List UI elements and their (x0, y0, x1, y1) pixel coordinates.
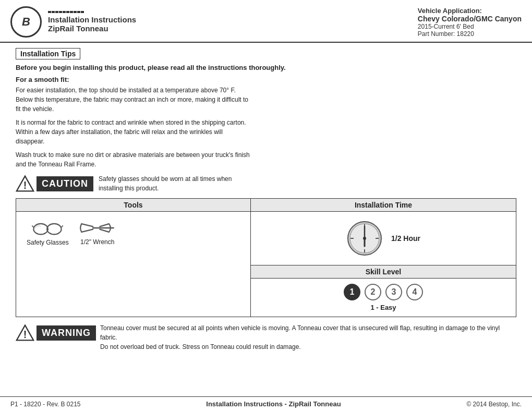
wrench-label: 1/2" Wrench (80, 238, 114, 246)
wrench-icon (79, 221, 116, 235)
vehicle-year: 2015-Current 6' Bed (418, 23, 522, 30)
caution-triangle-icon: ! (16, 174, 34, 193)
bestop-stripes (48, 11, 136, 13)
caution-label: CAUTION (37, 176, 93, 191)
warning-text2: Do not overload bed of truck. Stress on … (100, 343, 301, 350)
half-hour-label: 1/2 Hour (391, 234, 420, 243)
logo-area: B Installation Instructions ZipRail Tonn… (10, 6, 177, 38)
warning-label: WARNING (37, 325, 96, 341)
caution-sign: ! CAUTION (16, 174, 93, 193)
install-time-header: Installation Time (251, 199, 516, 212)
tools-content: Safety Glasses (16, 212, 250, 255)
part-number: Part Number: 18220 (418, 30, 522, 38)
caution-area: ! CAUTION Safety glasses should be worn … (16, 174, 245, 193)
footer-center: Installation Instructions - ZipRail Tonn… (206, 400, 341, 408)
sub-title: ZipRail Tonneau (48, 24, 136, 33)
skill-circles: 1 2 3 4 (344, 284, 423, 300)
warning-triangle-icon: ! (16, 323, 34, 342)
svg-point-3 (47, 224, 61, 235)
smooth-fit-heading: For a smooth fit: (16, 76, 516, 83)
tools-install-row: Tools (16, 198, 516, 317)
vehicle-info: Vehicle Application: Chevy Colorado/GMC … (418, 7, 522, 38)
skill-level-content: 1 2 3 4 1 - Easy (251, 279, 516, 317)
tool-safety-glasses: Safety Glasses (27, 220, 69, 246)
svg-line-8 (81, 224, 93, 226)
skill-circle-2: 2 (365, 284, 381, 300)
bestop-logo: B (10, 6, 42, 38)
svg-point-2 (34, 224, 48, 235)
safety-glasses-icon (32, 220, 63, 236)
install-time-content: 1/2 Hour (251, 212, 516, 265)
skill-easy-label: 1 - Easy (370, 304, 396, 311)
footer-left: P1 - 18220 - Rev. B 0215 (10, 401, 81, 408)
skill-circle-4: 4 (406, 284, 423, 300)
paragraph3: Wash truck to make sure no dirt or abras… (16, 150, 250, 169)
vehicle-label: Vehicle Application: (418, 7, 522, 15)
page-footer: P1 - 18220 - Rev. B 0215 Installation In… (0, 396, 532, 411)
svg-line-10 (100, 224, 109, 226)
footer-right: © 2014 Bestop, Inc. (466, 401, 522, 408)
warning-text1: Tonneau cover must be secured at all poi… (100, 324, 500, 341)
installation-tips-label: Installation Tips (16, 48, 80, 59)
main-content: Installation Tips Before you begin insta… (0, 43, 532, 356)
main-title: Installation Instructions (48, 15, 136, 24)
safety-glasses-label: Safety Glasses (27, 239, 69, 246)
svg-line-5 (32, 225, 33, 227)
svg-text:!: ! (23, 179, 27, 191)
skill-circle-3: 3 (385, 284, 402, 300)
tool-wrench: 1/2" Wrench (79, 221, 116, 246)
caution-text: Safety glasses should be worn at all tim… (99, 174, 245, 193)
clock-icon (346, 220, 383, 257)
bold-intro: Before you begin installing this product… (16, 64, 516, 71)
paragraph1: For easier installation, the top should … (16, 86, 250, 114)
svg-text:!: ! (23, 329, 27, 340)
svg-point-20 (363, 237, 366, 240)
warning-text: Tonneau cover must be secured at all poi… (100, 323, 516, 352)
paragraph2: It is normal for the fabric to contract … (16, 118, 250, 146)
svg-line-6 (62, 225, 63, 227)
install-time-panel: Installation Time 1/2 Hour (251, 199, 516, 317)
skill-level-header: Skill Level (251, 265, 516, 279)
skill-circle-1: 1 (344, 284, 360, 300)
tools-panel: Tools (16, 199, 251, 317)
svg-line-9 (81, 229, 93, 232)
tools-header: Tools (16, 199, 250, 212)
header-titles: Installation Instructions ZipRail Tonnea… (48, 15, 136, 33)
page-header: B Installation Instructions ZipRail Tonn… (0, 0, 532, 43)
vehicle-name: Chevy Colorado/GMC Canyon (418, 15, 522, 23)
warning-sign: ! WARNING (16, 323, 96, 342)
warning-area: ! WARNING Tonneau cover must be secured … (16, 323, 516, 356)
bestop-branding: Installation Instructions ZipRail Tonnea… (48, 11, 136, 33)
svg-line-11 (100, 229, 109, 232)
